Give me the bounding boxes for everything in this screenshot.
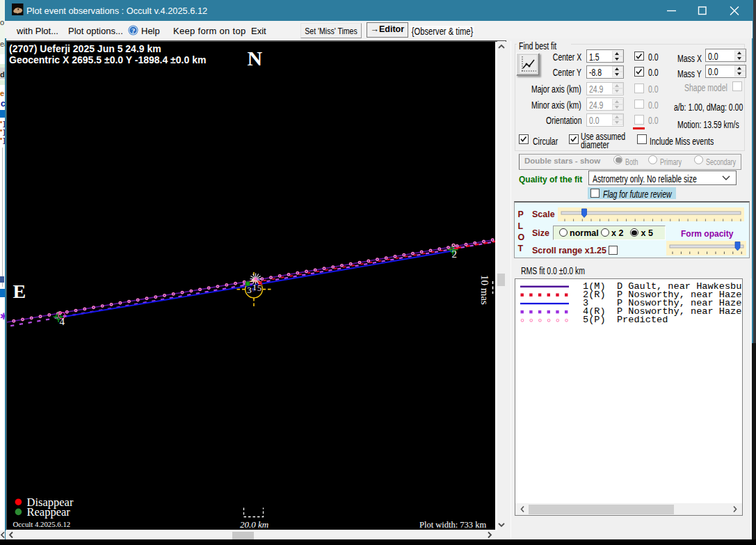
svg-text:N: N	[248, 47, 263, 70]
svg-text:?: ?	[131, 26, 136, 35]
svg-text:10 mas: 10 mas	[479, 275, 490, 305]
svg-text:2: 2	[452, 248, 458, 260]
svg-text:Geocentric X 2695.5 ±0.0 Y: Geocentric X 2695.5 ±0.0 Y -1898.4 ±0.0 …	[9, 54, 206, 65]
svg-text:Reappear: Reappear	[27, 505, 71, 519]
svg-text:Occult 4.2025.6.12: Occult 4.2025.6.12	[13, 520, 71, 528]
svg-text:E: E	[13, 281, 26, 302]
svg-text:3: 3	[247, 285, 252, 295]
svg-text:1: 1	[252, 282, 257, 292]
svg-text:Plot width: 733 km: Plot width: 733 km	[419, 520, 486, 529]
svg-text:5: 5	[257, 283, 262, 293]
svg-text:4: 4	[60, 316, 65, 327]
svg-text:(2707) Ueferji 2025 Jun 5 2: (2707) Ueferji 2025 Jun 5 24.9 km	[9, 43, 161, 54]
svg-text:20.0 km: 20.0 km	[240, 519, 268, 530]
